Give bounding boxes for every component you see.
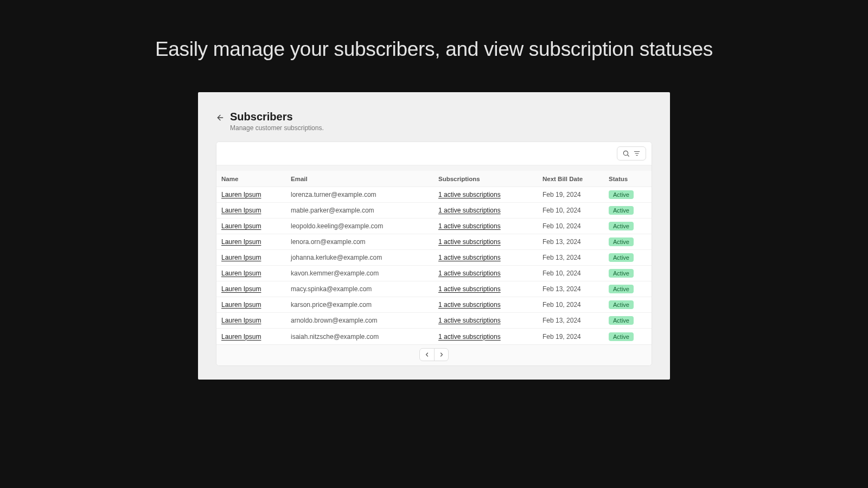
subscriber-name-link[interactable]: Lauren Ipsum — [221, 333, 261, 341]
table-row: Lauren Ipsumlorenza.turner@example.com1 … — [216, 187, 652, 203]
next-bill-date: Feb 10, 2024 — [542, 222, 609, 230]
table-row: Lauren Ipsumarnoldo.brown@example.com1 a… — [216, 313, 652, 329]
table-header: Name Email Subscriptions Next Bill Date … — [216, 171, 652, 187]
subscriber-email: isaiah.nitzsche@example.com — [291, 333, 438, 341]
prev-page-button[interactable] — [420, 349, 434, 361]
next-bill-date: Feb 19, 2024 — [542, 191, 609, 198]
subscriber-email: leopoldo.keeling@example.com — [291, 222, 438, 230]
col-subscriptions: Subscriptions — [438, 176, 542, 182]
next-bill-date: Feb 10, 2024 — [542, 269, 609, 277]
col-status: Status — [609, 176, 652, 182]
subscriptions-link[interactable]: 1 active subscriptions — [438, 191, 501, 198]
filter-icon — [633, 150, 641, 157]
next-bill-date: Feb 19, 2024 — [542, 333, 609, 341]
subscriptions-link[interactable]: 1 active subscriptions — [438, 269, 501, 277]
subscriber-name-link[interactable]: Lauren Ipsum — [221, 222, 261, 230]
status-badge: Active — [609, 300, 634, 309]
subscriptions-link[interactable]: 1 active subscriptions — [438, 301, 501, 309]
subscriptions-link[interactable]: 1 active subscriptions — [438, 238, 501, 246]
subscriber-email: lorenza.turner@example.com — [291, 191, 438, 198]
table-row: Lauren Ipsumisaiah.nitzsche@example.com1… — [216, 329, 652, 344]
subscriber-email: arnoldo.brown@example.com — [291, 317, 438, 324]
table-row: Lauren Ipsumkavon.kemmer@example.com1 ac… — [216, 266, 652, 281]
next-bill-date: Feb 13, 2024 — [542, 317, 609, 324]
panel-header: Subscribers Manage customer subscription… — [216, 110, 652, 132]
svg-line-2 — [628, 155, 629, 157]
next-page-button[interactable] — [434, 349, 448, 361]
table-body: Lauren Ipsumlorenza.turner@example.com1 … — [216, 187, 652, 344]
subscriptions-link[interactable]: 1 active subscriptions — [438, 285, 501, 293]
subscribers-card: Name Email Subscriptions Next Bill Date … — [216, 142, 652, 366]
table-row: Lauren Ipsumleopoldo.keeling@example.com… — [216, 219, 652, 234]
subscriptions-link[interactable]: 1 active subscriptions — [438, 207, 501, 214]
pager — [419, 348, 449, 361]
next-bill-date: Feb 13, 2024 — [542, 254, 609, 261]
status-badge: Active — [609, 253, 634, 262]
table-row: Lauren Ipsummacy.spinka@example.com1 act… — [216, 281, 652, 297]
subscriber-name-link[interactable]: Lauren Ipsum — [221, 254, 261, 261]
search-filter-button[interactable] — [617, 146, 646, 160]
subscriber-email: kavon.kemmer@example.com — [291, 269, 438, 277]
search-icon — [622, 150, 630, 157]
subscriber-name-link[interactable]: Lauren Ipsum — [221, 269, 261, 277]
subscriptions-link[interactable]: 1 active subscriptions — [438, 333, 501, 341]
svg-point-1 — [623, 151, 628, 155]
subscriber-email: karson.price@example.com — [291, 301, 438, 309]
subscriber-name-link[interactable]: Lauren Ipsum — [221, 285, 261, 293]
toolbar-gap — [216, 165, 652, 171]
subscriber-email: lenora.orn@example.com — [291, 238, 438, 246]
subscriptions-link[interactable]: 1 active subscriptions — [438, 317, 501, 324]
subscriber-name-link[interactable]: Lauren Ipsum — [221, 238, 261, 246]
table-row: Lauren Ipsummable.parker@example.com1 ac… — [216, 203, 652, 219]
status-badge: Active — [609, 285, 634, 293]
status-badge: Active — [609, 332, 634, 341]
subscriptions-link[interactable]: 1 active subscriptions — [438, 254, 501, 261]
col-name: Name — [221, 176, 291, 182]
card-toolbar — [216, 142, 652, 165]
subscriber-email: johanna.kerluke@example.com — [291, 254, 438, 261]
status-badge: Active — [609, 316, 634, 325]
next-bill-date: Feb 10, 2024 — [542, 207, 609, 214]
table-row: Lauren Ipsumjohanna.kerluke@example.com1… — [216, 250, 652, 266]
status-badge: Active — [609, 206, 634, 215]
table-row: Lauren Ipsumkarson.price@example.com1 ac… — [216, 297, 652, 313]
status-badge: Active — [609, 190, 634, 199]
back-arrow-icon[interactable] — [216, 113, 225, 122]
pagination — [216, 344, 652, 365]
next-bill-date: Feb 13, 2024 — [542, 238, 609, 246]
subscriber-name-link[interactable]: Lauren Ipsum — [221, 207, 261, 214]
next-bill-date: Feb 10, 2024 — [542, 301, 609, 309]
page-subtitle: Manage customer subscriptions. — [230, 124, 324, 132]
status-badge: Active — [609, 269, 634, 278]
subscribers-panel: Subscribers Manage customer subscription… — [198, 92, 670, 380]
page-headline: Easily manage your subscribers, and view… — [155, 38, 713, 61]
page-title: Subscribers — [230, 110, 324, 123]
col-email: Email — [291, 176, 438, 182]
table-row: Lauren Ipsumlenora.orn@example.com1 acti… — [216, 234, 652, 250]
status-badge: Active — [609, 237, 634, 246]
subscriptions-link[interactable]: 1 active subscriptions — [438, 222, 501, 230]
next-bill-date: Feb 13, 2024 — [542, 285, 609, 293]
subscriber-email: mable.parker@example.com — [291, 207, 438, 214]
status-badge: Active — [609, 222, 634, 230]
subscriber-email: macy.spinka@example.com — [291, 285, 438, 293]
col-next-bill: Next Bill Date — [542, 176, 609, 182]
subscriber-name-link[interactable]: Lauren Ipsum — [221, 301, 261, 309]
subscriber-name-link[interactable]: Lauren Ipsum — [221, 191, 261, 198]
subscriber-name-link[interactable]: Lauren Ipsum — [221, 317, 261, 324]
